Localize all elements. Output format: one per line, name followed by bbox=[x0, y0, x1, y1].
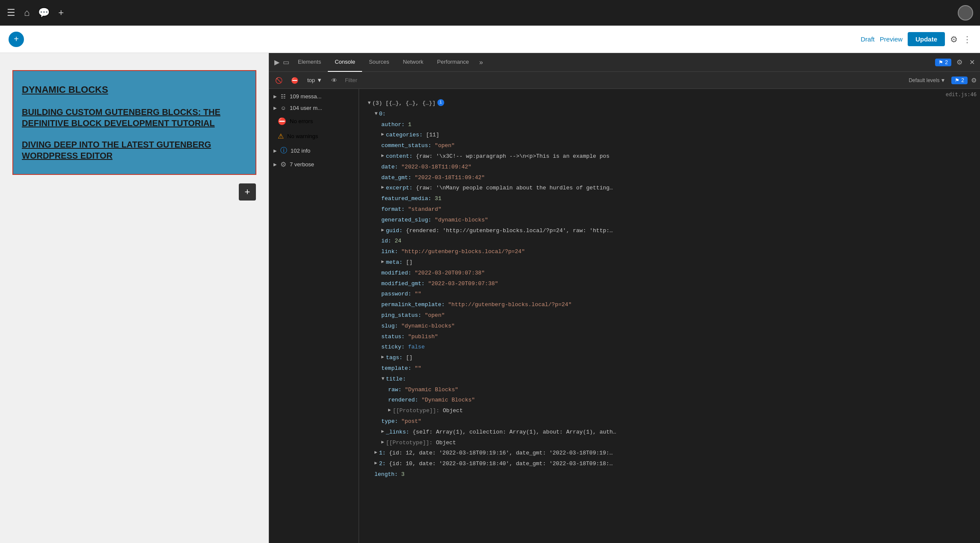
console-line[interactable]: ▶ content: {raw: '\x3C!-- wp:paragraph -… bbox=[359, 151, 980, 162]
console-line[interactable]: ▶ 1: {id: 12, date: '2022-03-18T09:19:16… bbox=[359, 448, 980, 459]
issues-badge[interactable]: ⚑ 2 bbox=[935, 59, 951, 66]
tab-sources[interactable]: Sources bbox=[362, 53, 396, 72]
expand-arrow[interactable]: ▶ bbox=[381, 439, 384, 446]
eye-icon[interactable]: 👁 bbox=[329, 75, 340, 86]
console-key: permalink_template: bbox=[381, 301, 448, 310]
device-icon[interactable]: ▭ bbox=[281, 56, 291, 68]
tab-elements[interactable]: Elements bbox=[291, 53, 328, 72]
console-line: date_gmt: "2022-03-18T11:09:42" bbox=[359, 173, 980, 183]
console-line: id: 24 bbox=[359, 236, 980, 247]
levels-selector[interactable]: Default levels ▼ bbox=[906, 77, 948, 84]
expand-arrow[interactable]: ▶ bbox=[374, 460, 377, 467]
expand-arrow[interactable]: ▶ bbox=[381, 227, 384, 234]
log-group-user-messages[interactable]: ▶ ☺ 104 user m... bbox=[269, 102, 359, 114]
console-key: categories: bbox=[386, 131, 426, 140]
expand-icon: ▶ bbox=[273, 94, 277, 99]
avatar[interactable] bbox=[958, 5, 973, 21]
console-key: link: bbox=[381, 248, 401, 257]
console-line[interactable]: ▶ meta: [] bbox=[359, 257, 980, 268]
console-line[interactable]: ▶ [[Prototype]]: Object bbox=[359, 406, 980, 416]
filter-input[interactable] bbox=[343, 76, 903, 84]
log-group-label: 102 info bbox=[291, 148, 354, 154]
log-entry-warnings[interactable]: ⚠ No warnings bbox=[269, 129, 359, 144]
console-value: {raw: '\x3C!-- wp:paragraph -->\n<p>This… bbox=[416, 152, 609, 161]
context-selector[interactable]: top ▼ bbox=[304, 76, 325, 85]
log-group-label: 7 verbose bbox=[290, 161, 354, 168]
log-group-verbose[interactable]: ▶ ⚙ 7 verbose bbox=[269, 158, 359, 171]
expand-arrow[interactable]: ▶ bbox=[381, 152, 384, 160]
expand-icon: ▶ bbox=[273, 162, 277, 167]
console-key: raw: bbox=[388, 386, 405, 395]
expand-arrow[interactable]: ▶ bbox=[365, 101, 373, 104]
log-entry-errors[interactable]: ⛔ No errors bbox=[269, 114, 359, 129]
console-value: "publish" bbox=[408, 333, 438, 342]
inspect-icon[interactable]: ▶ bbox=[273, 56, 281, 68]
console-line[interactable]: ▶ excerpt: {raw: '\nMany people complain… bbox=[359, 183, 980, 194]
expand-arrow[interactable]: ▶ bbox=[381, 258, 384, 266]
log-entry-label: No warnings bbox=[287, 133, 354, 139]
tab-performance[interactable]: Performance bbox=[430, 53, 475, 72]
close-icon[interactable]: ✕ bbox=[968, 56, 977, 68]
console-value: "open" bbox=[435, 142, 455, 151]
expand-arrow[interactable]: ▶ bbox=[381, 131, 384, 139]
console-line: type: "post" bbox=[359, 416, 980, 427]
tab-network[interactable]: Network bbox=[396, 53, 431, 72]
more-options-icon[interactable]: ⋮ bbox=[963, 34, 971, 44]
tab-console[interactable]: Console bbox=[328, 53, 362, 72]
console-line[interactable]: ▶ categories: [11] bbox=[359, 130, 980, 141]
add-block-button[interactable]: + bbox=[9, 32, 24, 47]
console-line: length: 3 bbox=[359, 469, 980, 480]
preview-link[interactable]: Preview bbox=[880, 35, 903, 43]
console-line[interactable]: ▶ _links: {self: Array(1), collection: A… bbox=[359, 427, 980, 438]
console-source-link[interactable]: edit.js:46 bbox=[359, 91, 980, 98]
console-line: link: "http://gutenberg-blocks.local/?p=… bbox=[359, 247, 980, 257]
expand-arrow[interactable]: ▶ bbox=[381, 184, 384, 192]
console-value: "" bbox=[415, 290, 422, 299]
console-key: status: bbox=[381, 333, 408, 342]
console-line[interactable]: ▶ 0: bbox=[359, 109, 980, 120]
draft-link[interactable]: Draft bbox=[861, 35, 875, 43]
settings-icon[interactable]: ⚙ bbox=[955, 56, 964, 68]
console-key: meta: bbox=[386, 258, 406, 267]
verbose-icon: ⚙ bbox=[280, 160, 286, 168]
expand-arrow[interactable]: ▶ bbox=[374, 449, 377, 457]
console-settings-icon[interactable]: ⚙ bbox=[971, 77, 977, 84]
add-block-float-button[interactable]: + bbox=[239, 183, 256, 201]
expand-arrow[interactable]: ▶ bbox=[381, 428, 384, 436]
main-area: DYNAMIC BLOCKS BUILDING CUSTOM GUTENBERG… bbox=[0, 53, 980, 543]
console-line[interactable]: ▶ title: bbox=[359, 374, 980, 385]
console-line[interactable]: ▶ guid: {rendered: 'http://gutenberg-blo… bbox=[359, 226, 980, 236]
console-line[interactable]: ▶ (3) [{…}, {…}, {…}] i bbox=[359, 98, 980, 109]
console-value: "http://gutenberg-blocks.local/?p=24" bbox=[448, 301, 572, 310]
issues-count-badge[interactable]: ⚑ 2 bbox=[951, 77, 968, 84]
expand-arrow-down[interactable]: ▶ bbox=[379, 377, 387, 380]
console-key: template: bbox=[381, 364, 415, 373]
console-line: permalink_template: "http://gutenberg-bl… bbox=[359, 300, 980, 310]
expand-arrow[interactable]: ▶ bbox=[372, 112, 380, 115]
comment-icon[interactable]: 💬 bbox=[38, 7, 50, 18]
console-line[interactable]: ▶ tags: [] bbox=[359, 353, 980, 363]
console-value: "dynamic-blocks" bbox=[401, 322, 455, 331]
clear-console-icon[interactable]: 🚫 bbox=[273, 75, 285, 86]
log-group-info[interactable]: ▶ ⓘ 102 info bbox=[269, 144, 359, 158]
block-console-icon[interactable]: ⛔ bbox=[288, 75, 301, 86]
console-key: modified_gmt: bbox=[381, 280, 428, 289]
content-block[interactable]: DYNAMIC BLOCKS BUILDING CUSTOM GUTENBERG… bbox=[12, 70, 256, 175]
add-icon[interactable]: + bbox=[58, 7, 64, 18]
expand-arrow[interactable]: ▶ bbox=[388, 407, 391, 414]
console-key: slug: bbox=[381, 322, 401, 331]
editor-toolbar: + Draft Preview Update ⚙ ⋮ bbox=[0, 26, 980, 53]
home-icon[interactable]: ⌂ bbox=[24, 7, 30, 18]
console-log-panel: ▶ ☷ 109 messa... ▶ ☺ 104 user m... ⛔ No … bbox=[269, 89, 359, 543]
hamburger-icon[interactable]: ☰ bbox=[7, 7, 15, 18]
console-line[interactable]: ▶ [[Prototype]]: Object bbox=[359, 438, 980, 449]
settings-icon[interactable]: ⚙ bbox=[950, 34, 958, 44]
devtools-toolbar: 🚫 ⛔ top ▼ 👁 Default levels ▼ ⚑ 2 ⚙ bbox=[269, 72, 980, 89]
console-key: featured_media: bbox=[381, 195, 435, 204]
update-button[interactable]: Update bbox=[908, 32, 945, 46]
console-key: 0: bbox=[379, 110, 386, 119]
expand-arrow[interactable]: ▶ bbox=[381, 354, 384, 361]
more-tabs-icon[interactable]: » bbox=[476, 59, 487, 66]
console-line[interactable]: ▶ 2: {id: 10, date: '2022-03-18T09:18:40… bbox=[359, 459, 980, 469]
log-group-all-messages[interactable]: ▶ ☷ 109 messa... bbox=[269, 91, 359, 102]
